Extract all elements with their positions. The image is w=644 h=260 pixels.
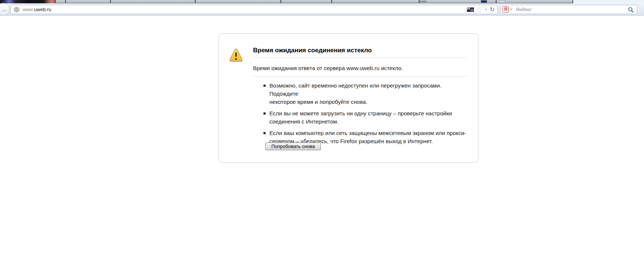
reload-icon[interactable]: ↻ — [490, 7, 495, 13]
flag-extension-icon[interactable] — [467, 7, 474, 12]
page-content: Время ожидания соединения истекло Время … — [0, 16, 644, 260]
tab-button-fragment — [499, 0, 505, 3]
tab-title-fragment — [420, 1, 426, 2]
tab-separator — [110, 0, 111, 3]
tab-separator — [65, 0, 66, 3]
tab-separator — [419, 0, 419, 3]
url-prefix: www. — [23, 7, 34, 12]
address-bar[interactable]: www.uweb.ru ☆ ▾ ↻ — [10, 5, 498, 14]
site-identity-globe-icon — [14, 7, 20, 13]
navigation-toolbar: ← www.uweb.ru — [0, 3, 644, 16]
bullet-icon — [263, 85, 266, 87]
back-arrow-icon: ← — [1, 6, 8, 13]
tab-separator — [496, 0, 497, 3]
tab-separator — [280, 0, 281, 3]
address-bar-icons: ☆ ▾ ↻ — [467, 5, 495, 14]
warning-icon — [229, 47, 243, 63]
tab-separator — [331, 0, 332, 3]
back-button[interactable]: ← — [0, 3, 10, 16]
search-icon[interactable] — [628, 7, 634, 13]
error-message: Время ожидания ответа от сервера www.uwe… — [253, 65, 403, 72]
url-domain: uweb.ru — [34, 7, 51, 12]
retry-button[interactable]: Попробовать снова — [265, 142, 321, 150]
error-title: Время ожидания соединения истекло — [253, 47, 372, 54]
search-engine-dropdown-icon[interactable]: ▾ — [510, 7, 512, 11]
suggestion-text: Если вы не можете загрузить ни одну стра… — [269, 110, 452, 125]
url-text[interactable]: www.uweb.ru — [23, 7, 51, 12]
tab-separator — [195, 0, 196, 3]
list-item: Если вы не можете загрузить ни одну стра… — [263, 109, 467, 126]
divider — [253, 57, 467, 57]
search-input-placeholder[interactable]: Яндекс — [516, 7, 532, 12]
list-item: Возможно, сайт временно недоступен или п… — [263, 82, 467, 106]
bullet-icon — [263, 132, 266, 134]
tab-favicon-fragment — [0, 0, 56, 3]
tab-favicon-fragment — [481, 0, 487, 3]
bookmark-star-icon[interactable]: ☆ — [477, 6, 482, 13]
error-suggestions-list: Возможно, сайт временно недоступен или п… — [263, 82, 467, 149]
tab-strip[interactable] — [0, 0, 573, 3]
yandex-engine-icon[interactable]: Я — [502, 6, 509, 13]
browser-window: ← www.uweb.ru — [0, 0, 644, 260]
urlbar-dropdown-icon[interactable]: ▾ — [485, 7, 487, 11]
error-card: Время ожидания соединения истекло Время … — [219, 33, 478, 163]
tab-strip-empty-area — [573, 0, 644, 3]
divider — [253, 76, 467, 77]
suggestion-text: Возможно, сайт временно недоступен или п… — [269, 82, 441, 105]
search-bar[interactable]: Я ▾ Яндекс — [500, 5, 637, 14]
bullet-icon — [263, 112, 266, 115]
